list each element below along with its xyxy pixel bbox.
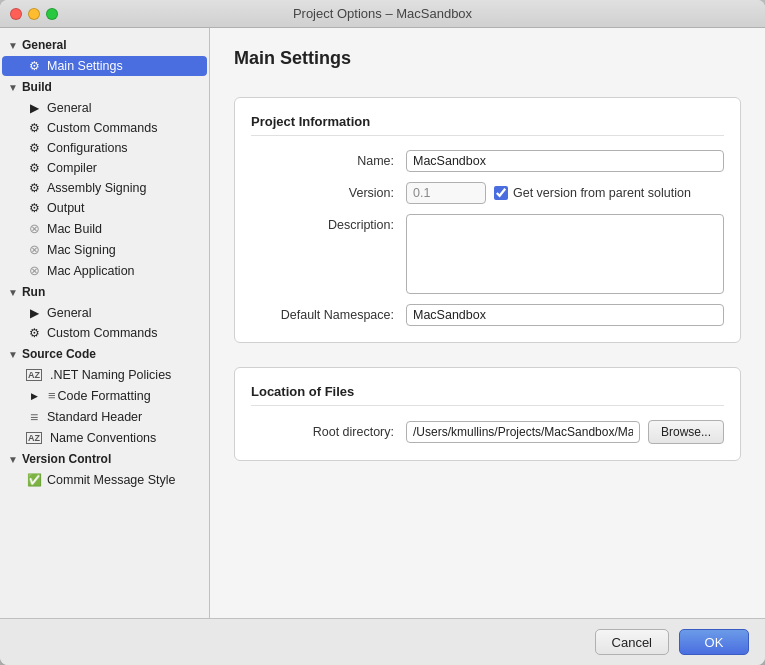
gear-icon: ⚙: [26, 121, 42, 135]
circle-x-icon: ⊗: [26, 221, 42, 236]
arrow-icon: ▼: [8, 82, 18, 93]
arrow-right-icon: ▶: [26, 306, 42, 320]
minimize-button[interactable]: [28, 8, 40, 20]
namespace-label: Default Namespace:: [251, 308, 406, 322]
sidebar-item-custom-commands[interactable]: ⚙ Custom Commands: [2, 118, 207, 138]
sidebar-item-label: Code Formatting: [58, 389, 151, 403]
gear-icon: ⚙: [26, 161, 42, 175]
browse-button[interactable]: Browse...: [648, 420, 724, 444]
az-icon: AZ: [26, 369, 42, 381]
check-circle-icon: ✅: [26, 473, 42, 487]
version-row: Version: Get version from parent solutio…: [251, 182, 724, 204]
sidebar-item-label: Main Settings: [47, 59, 123, 73]
description-row: Description:: [251, 214, 724, 294]
sidebar-section-general[interactable]: ▼ General: [0, 34, 209, 56]
sidebar-item-label: Output: [47, 201, 85, 215]
sidebar-item-label: .NET Naming Policies: [50, 368, 171, 382]
sidebar-item-name-conventions[interactable]: AZ Name Conventions: [2, 428, 207, 448]
sidebar-item-mac-application[interactable]: ⊗ Mac Application: [2, 260, 207, 281]
description-label: Description:: [251, 214, 406, 232]
sidebar-section-build[interactable]: ▼ Build: [0, 76, 209, 98]
content-area: ▼ General ⚙ Main Settings ▼ Build ▶ Gene…: [0, 28, 765, 618]
window-title: Project Options – MacSandbox: [293, 6, 472, 21]
sidebar-item-label: Configurations: [47, 141, 128, 155]
project-information-section: Project Information Name: Version: Get v…: [234, 97, 741, 343]
namespace-input[interactable]: [406, 304, 724, 326]
expand-arrow-icon: ▶: [26, 391, 42, 401]
panel-title: Main Settings: [234, 48, 741, 69]
sidebar-item-output[interactable]: ⚙ Output: [2, 198, 207, 218]
name-row: Name:: [251, 150, 724, 172]
sidebar-section-version-control[interactable]: ▼ Version Control: [0, 448, 209, 470]
description-textarea[interactable]: [406, 214, 724, 294]
location-of-files-section: Location of Files Root directory: Browse…: [234, 367, 741, 461]
sidebar-item-label: Mac Signing: [47, 243, 116, 257]
sidebar-item-label: General: [47, 306, 91, 320]
version-input[interactable]: [406, 182, 486, 204]
root-directory-input[interactable]: [406, 421, 640, 443]
maximize-button[interactable]: [46, 8, 58, 20]
cancel-button[interactable]: Cancel: [595, 629, 669, 655]
window: Project Options – MacSandbox ▼ General ⚙…: [0, 0, 765, 665]
sidebar-item-configurations[interactable]: ⚙ Configurations: [2, 138, 207, 158]
gear-icon: ⚙: [26, 326, 42, 340]
close-button[interactable]: [10, 8, 22, 20]
version-label: Version:: [251, 186, 406, 200]
sidebar-item-code-formatting[interactable]: ▶ ≡ Code Formatting: [2, 385, 207, 406]
sidebar-item-label: Standard Header: [47, 410, 142, 424]
titlebar: Project Options – MacSandbox: [0, 0, 765, 28]
gear-icon: ⚙: [26, 59, 42, 73]
sidebar-item-compiler[interactable]: ⚙ Compiler: [2, 158, 207, 178]
arrow-icon: ▼: [8, 349, 18, 360]
sidebar-item-commit-message-style[interactable]: ✅ Commit Message Style: [2, 470, 207, 490]
footer: Cancel OK: [0, 618, 765, 665]
arrow-icon: ▼: [8, 40, 18, 51]
version-row-content: Get version from parent solution: [406, 182, 691, 204]
arrow-icon: ▼: [8, 454, 18, 465]
sidebar-item-main-settings[interactable]: ⚙ Main Settings: [2, 56, 207, 76]
arrow-right-icon: ▶: [26, 101, 42, 115]
sidebar-item-run-general[interactable]: ▶ General: [2, 303, 207, 323]
sidebar-item-standard-header[interactable]: ≡ Standard Header: [2, 406, 207, 428]
name-input[interactable]: [406, 150, 724, 172]
main-panel: Main Settings Project Information Name: …: [210, 28, 765, 618]
sidebar-item-label: General: [47, 101, 91, 115]
sidebar-item-label: Commit Message Style: [47, 473, 176, 487]
az-icon: AZ: [26, 432, 42, 444]
name-label: Name:: [251, 154, 406, 168]
gear-icon: ⚙: [26, 201, 42, 215]
lines-icon: ≡: [26, 409, 42, 425]
arrow-icon: ▼: [8, 287, 18, 298]
location-of-files-title: Location of Files: [251, 384, 724, 406]
sidebar-item-run-custom-commands[interactable]: ⚙ Custom Commands: [2, 323, 207, 343]
sidebar-item-naming-policies[interactable]: AZ .NET Naming Policies: [2, 365, 207, 385]
gear-icon: ⚙: [26, 181, 42, 195]
source-code-section-label: Source Code: [22, 347, 96, 361]
version-checkbox-label[interactable]: Get version from parent solution: [494, 186, 691, 200]
gear-icon: ⚙: [26, 141, 42, 155]
sidebar-item-label: Name Conventions: [50, 431, 156, 445]
sidebar-section-source-code[interactable]: ▼ Source Code: [0, 343, 209, 365]
sidebar-item-label: Mac Application: [47, 264, 135, 278]
sidebar-item-build-general[interactable]: ▶ General: [2, 98, 207, 118]
lines-icon: ≡: [48, 388, 56, 403]
circle-x-icon: ⊗: [26, 242, 42, 257]
ok-button[interactable]: OK: [679, 629, 749, 655]
sidebar-item-mac-build[interactable]: ⊗ Mac Build: [2, 218, 207, 239]
sidebar-item-label: Custom Commands: [47, 326, 157, 340]
sidebar-item-assembly-signing[interactable]: ⚙ Assembly Signing: [2, 178, 207, 198]
build-section-label: Build: [22, 80, 52, 94]
root-directory-row: Root directory: Browse...: [251, 420, 724, 444]
run-section-label: Run: [22, 285, 45, 299]
version-checkbox-text: Get version from parent solution: [513, 186, 691, 200]
sidebar-item-mac-signing[interactable]: ⊗ Mac Signing: [2, 239, 207, 260]
sidebar-item-label: Assembly Signing: [47, 181, 146, 195]
traffic-lights: [10, 8, 58, 20]
version-checkbox[interactable]: [494, 186, 508, 200]
namespace-row: Default Namespace:: [251, 304, 724, 326]
root-directory-label: Root directory:: [251, 425, 406, 439]
version-control-section-label: Version Control: [22, 452, 111, 466]
circle-x-icon: ⊗: [26, 263, 42, 278]
general-section-label: General: [22, 38, 67, 52]
sidebar-section-run[interactable]: ▼ Run: [0, 281, 209, 303]
